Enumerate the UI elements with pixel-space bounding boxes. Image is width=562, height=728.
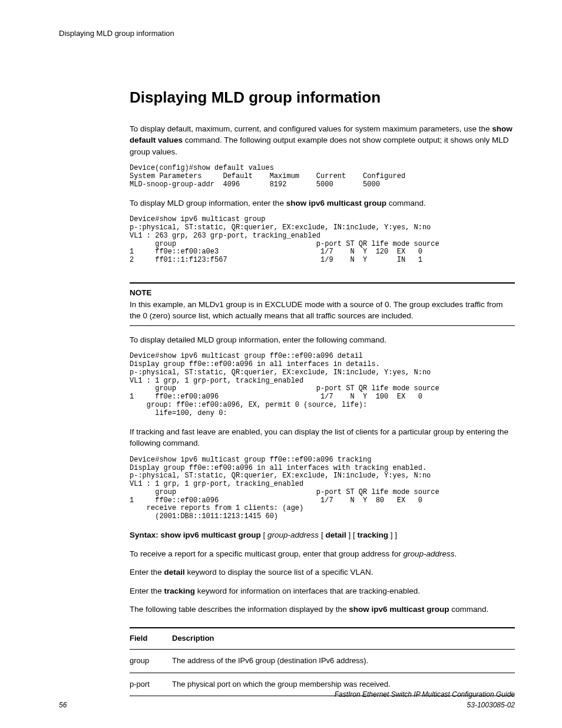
- keyword: detail: [164, 568, 185, 577]
- syntax-arg: group-address: [267, 531, 319, 539]
- note-label: NOTE: [130, 287, 515, 299]
- keyword: tracking: [164, 587, 196, 595]
- paragraph: To display detailed MLD group informatio…: [130, 334, 515, 346]
- page-title: Displaying MLD group information: [130, 87, 515, 109]
- syntax-keyword: detail: [325, 531, 346, 539]
- running-header: Displaying MLD group information: [59, 28, 515, 39]
- paragraph: To receive a report for a specific multi…: [130, 548, 515, 560]
- table-header-field: Field: [130, 628, 172, 649]
- note-text: In this example, an MLDv1 group is in EX…: [130, 299, 515, 322]
- command-name: show ipv6 multicast group: [349, 605, 449, 614]
- cli-output-multicast-group: Device#show ipv6 multicast group p-:phys…: [130, 216, 515, 265]
- text: ] ]: [388, 531, 397, 539]
- table-header-description: Description: [172, 628, 515, 649]
- text: [: [261, 531, 267, 539]
- page-number: 56: [59, 700, 67, 710]
- footer-title: FastIron Ethernet Switch IP Multicast Co…: [335, 690, 515, 700]
- text: [: [319, 531, 325, 539]
- command-name: show ipv6 multicast group: [286, 199, 386, 207]
- text: To display MLD group information, enter …: [130, 199, 286, 207]
- cli-output-default-values: Device(config)#show default values Syste…: [130, 164, 515, 189]
- footer-docnum: 53-1003085-02: [335, 700, 515, 710]
- text: command. The following output example do…: [130, 136, 509, 156]
- text: keyword to display the source list of a …: [185, 568, 373, 577]
- text: keyword for information on interfaces th…: [195, 587, 420, 595]
- text: ] [: [346, 531, 358, 539]
- paragraph: Enter the detail keyword to display the …: [130, 566, 515, 578]
- text: To display default, maximum, current, an…: [130, 124, 492, 133]
- page-footer: 56 FastIron Ethernet Switch IP Multicast…: [59, 690, 515, 710]
- paragraph: To display MLD group information, enter …: [130, 197, 515, 209]
- paragraph: The following table describes the inform…: [130, 604, 515, 615]
- syntax-line: Syntax: show ipv6 multicast group [ grou…: [130, 529, 515, 541]
- text: Enter the: [130, 568, 164, 577]
- field-cell: group: [130, 649, 172, 673]
- note-block: NOTE In this example, an MLDv1 group is …: [130, 282, 515, 326]
- paragraph: If tracking and fast leave are enabled, …: [130, 426, 515, 449]
- cli-output-group-tracking: Device#show ipv6 multicast group ff0e::e…: [130, 456, 515, 521]
- syntax-keyword: tracking: [357, 531, 388, 539]
- text: Enter the: [130, 587, 164, 595]
- paragraph: Enter the tracking keyword for informati…: [130, 585, 515, 597]
- table-row: group The address of the IPv6 group (des…: [130, 649, 515, 673]
- field-description-table: Field Description group The address of t…: [130, 627, 515, 697]
- text: command.: [386, 199, 426, 207]
- cli-output-group-detail: Device#show ipv6 multicast group ff0e::e…: [130, 353, 515, 417]
- paragraph-intro: To display default, maximum, current, an…: [130, 123, 515, 158]
- text: To receive a report for a specific multi…: [130, 549, 403, 558]
- text: .: [455, 549, 457, 558]
- description-cell: The address of the IPv6 group (destinati…: [172, 649, 515, 673]
- text: The following table describes the inform…: [130, 605, 349, 614]
- argument: group-address: [403, 549, 454, 558]
- text: command.: [449, 605, 489, 614]
- syntax-command: Syntax: show ipv6 multicast group: [130, 531, 261, 539]
